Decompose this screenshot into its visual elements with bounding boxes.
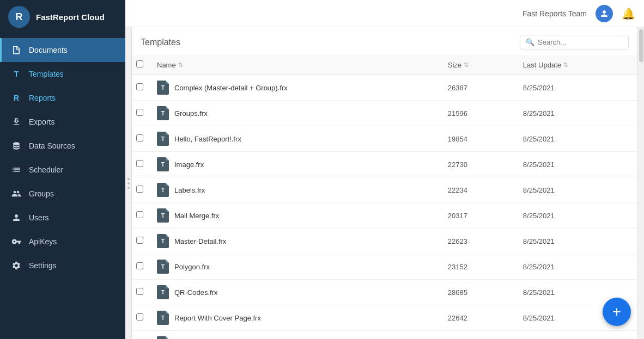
table-row[interactable]: T Simple List.frx 22829 8/25/2021 bbox=[132, 331, 637, 340]
file-icon-4: T bbox=[157, 183, 169, 197]
sidebar-item-groups[interactable]: Groups bbox=[0, 182, 125, 206]
templates-icon: T bbox=[10, 68, 22, 80]
user-avatar[interactable] bbox=[596, 5, 613, 22]
page-title: Templates bbox=[141, 38, 180, 47]
table-row[interactable]: T Groups.frx 21596 8/25/2021 bbox=[132, 101, 637, 126]
file-name-5[interactable]: Mail Merge.frx bbox=[174, 212, 219, 220]
file-icon-9: T bbox=[157, 311, 169, 325]
row-date-cell-6: 8/25/2021 bbox=[514, 229, 637, 254]
file-name-3[interactable]: Image.frx bbox=[174, 161, 204, 169]
settings-icon bbox=[10, 260, 22, 272]
row-name-cell: T Hello, FastReport!.frx bbox=[148, 126, 439, 152]
notification-bell-icon[interactable]: 🔔 bbox=[622, 7, 635, 20]
search-icon: 🔍 bbox=[526, 38, 534, 46]
sidebar-item-data-sources[interactable]: Data Sources bbox=[0, 134, 125, 158]
right-scrollbar[interactable] bbox=[637, 27, 644, 339]
row-size-cell-3: 22730 bbox=[439, 152, 514, 177]
app-title: FastReport Cloud bbox=[36, 13, 105, 22]
row-size-cell-1: 21596 bbox=[439, 101, 514, 126]
table-row[interactable]: T Hello, FastReport!.frx 19854 8/25/2021 bbox=[132, 126, 637, 152]
row-name-cell: T Complex (Master-detail + Group).frx bbox=[148, 75, 439, 101]
row-checkbox-cell[interactable] bbox=[132, 75, 148, 101]
row-checkbox-cell[interactable] bbox=[132, 229, 148, 254]
row-checkbox-cell[interactable] bbox=[132, 280, 148, 305]
table-row[interactable]: T Report With Cover Page.frx 22642 8/25/… bbox=[132, 305, 637, 331]
row-name-cell: T Groups.frx bbox=[148, 101, 439, 126]
file-name-0[interactable]: Complex (Master-detail + Group).frx bbox=[174, 84, 288, 92]
row-checkbox-0[interactable] bbox=[136, 83, 143, 90]
search-input[interactable] bbox=[538, 38, 623, 46]
row-checkbox-9[interactable] bbox=[136, 313, 143, 320]
file-name-6[interactable]: Master-Detail.frx bbox=[174, 237, 226, 245]
table-row[interactable]: T QR-Codes.frx 28685 8/25/2021 bbox=[132, 280, 637, 305]
row-checkbox-cell[interactable] bbox=[132, 254, 148, 280]
file-name-9[interactable]: Report With Cover Page.frx bbox=[174, 314, 261, 322]
size-sort-icon: ⇅ bbox=[464, 61, 469, 69]
column-header-name[interactable]: Name ⇅ bbox=[148, 55, 439, 75]
row-date-cell-3: 8/25/2021 bbox=[514, 152, 637, 177]
table-wrapper[interactable]: Name ⇅ Size ⇅ bbox=[132, 55, 637, 339]
select-all-checkbox[interactable] bbox=[136, 60, 143, 67]
column-header-size[interactable]: Size ⇅ bbox=[439, 55, 514, 75]
row-checkbox-cell[interactable] bbox=[132, 152, 148, 177]
file-name-4[interactable]: Labels.frx bbox=[174, 186, 205, 194]
add-button[interactable]: + bbox=[603, 298, 631, 326]
table-row[interactable]: T Master-Detail.frx 22623 8/25/2021 bbox=[132, 229, 637, 254]
file-icon-5: T bbox=[157, 208, 169, 223]
search-box[interactable]: 🔍 bbox=[520, 35, 629, 50]
row-checkbox-5[interactable] bbox=[136, 211, 143, 218]
row-checkbox-cell[interactable] bbox=[132, 126, 148, 152]
sidebar-item-settings[interactable]: Settings bbox=[0, 254, 125, 278]
sidebar-item-scheduler[interactable]: Scheduler bbox=[0, 158, 125, 182]
row-checkbox-cell[interactable] bbox=[132, 331, 148, 340]
sidebar-item-label-data-sources: Data Sources bbox=[29, 141, 75, 150]
table-row[interactable]: T Polygon.frx 23152 8/25/2021 bbox=[132, 254, 637, 280]
sidebar-item-exports[interactable]: Exports bbox=[0, 110, 125, 134]
sidebar-item-label-apikeys: ApiKeys bbox=[29, 237, 57, 246]
row-name-cell: T Master-Detail.frx bbox=[148, 229, 439, 254]
row-checkbox-6[interactable] bbox=[136, 237, 143, 244]
name-sort-icon: ⇅ bbox=[178, 61, 183, 69]
file-name-1[interactable]: Groups.frx bbox=[174, 109, 208, 118]
resize-dot-2 bbox=[127, 182, 130, 184]
resize-handle[interactable] bbox=[125, 27, 132, 339]
file-name-2[interactable]: Hello, FastReport!.frx bbox=[174, 135, 241, 143]
sidebar-item-documents[interactable]: Documents bbox=[0, 38, 125, 62]
row-checkbox-3[interactable] bbox=[136, 160, 143, 167]
file-icon-7: T bbox=[157, 260, 169, 274]
row-checkbox-1[interactable] bbox=[136, 109, 143, 116]
apikeys-icon bbox=[10, 236, 22, 248]
sidebar-item-label-templates: Templates bbox=[29, 70, 64, 78]
row-name-cell: T Simple List.frx bbox=[148, 331, 439, 340]
row-checkbox-cell[interactable] bbox=[132, 305, 148, 331]
select-all-header[interactable] bbox=[132, 55, 148, 75]
sidebar-item-reports[interactable]: R Reports bbox=[0, 86, 125, 110]
file-icon-8: T bbox=[157, 285, 169, 299]
row-checkbox-4[interactable] bbox=[136, 186, 143, 193]
row-date-cell-4: 8/25/2021 bbox=[514, 177, 637, 203]
table-row[interactable]: T Labels.frx 22234 8/25/2021 bbox=[132, 177, 637, 203]
row-checkbox-7[interactable] bbox=[136, 262, 143, 269]
row-checkbox-cell[interactable] bbox=[132, 101, 148, 126]
sidebar-item-label-reports: Reports bbox=[29, 94, 56, 102]
row-size-cell-8: 28685 bbox=[439, 280, 514, 305]
row-name-cell: T Image.frx bbox=[148, 152, 439, 177]
file-name-7[interactable]: Polygon.frx bbox=[174, 263, 210, 271]
table-row[interactable]: T Complex (Master-detail + Group).frx 26… bbox=[132, 75, 637, 101]
sidebar-item-templates[interactable]: T Templates bbox=[0, 62, 125, 86]
scrollbar-thumb[interactable] bbox=[639, 29, 643, 62]
file-name-8[interactable]: QR-Codes.frx bbox=[174, 288, 217, 297]
row-checkbox-8[interactable] bbox=[136, 288, 143, 295]
row-name-cell: T Mail Merge.frx bbox=[148, 203, 439, 229]
content-area: Templates 🔍 Nam bbox=[125, 27, 644, 339]
table-row[interactable]: T Image.frx 22730 8/25/2021 bbox=[132, 152, 637, 177]
column-header-last-update[interactable]: Last Update ⇅ bbox=[514, 55, 637, 75]
row-checkbox-2[interactable] bbox=[136, 134, 143, 141]
row-checkbox-cell[interactable] bbox=[132, 203, 148, 229]
row-name-cell: T Report With Cover Page.frx bbox=[148, 305, 439, 331]
sidebar-item-users[interactable]: Users bbox=[0, 206, 125, 230]
row-checkbox-cell[interactable] bbox=[132, 177, 148, 203]
table-row[interactable]: T Mail Merge.frx 20317 8/25/2021 bbox=[132, 203, 637, 229]
file-icon-10: T bbox=[157, 336, 169, 339]
sidebar-item-apikeys[interactable]: ApiKeys bbox=[0, 230, 125, 254]
